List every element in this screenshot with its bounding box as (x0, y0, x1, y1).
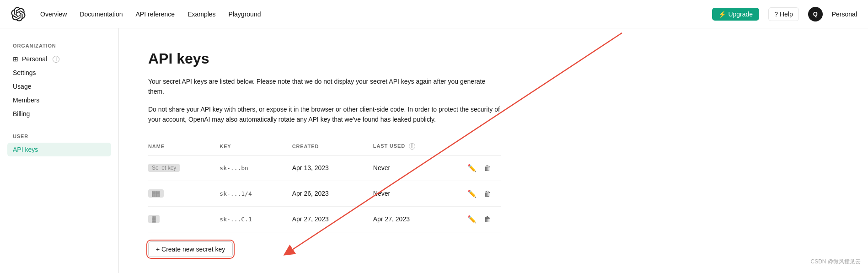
top-nav: Overview Documentation API reference Exa… (0, 0, 868, 28)
create-secret-key-button[interactable]: + Create new secret key (148, 241, 233, 257)
last-used-info-icon[interactable]: i (409, 143, 415, 150)
key-name-2: ▓▓ (148, 181, 220, 206)
description-2: Do not share your API key with others, o… (148, 104, 501, 125)
key-value-2: sk-...1/4 (220, 181, 292, 206)
sidebar-item-usage[interactable]: Usage (7, 80, 111, 93)
page-title: API keys (148, 50, 501, 67)
nav-playground[interactable]: Playground (229, 11, 261, 18)
key-actions-1: ✏️ 🗑 (465, 155, 501, 181)
user-section-title: USER (7, 134, 111, 139)
nav-api-reference[interactable]: API reference (136, 11, 175, 18)
key-value-1: sk-...bn (220, 155, 292, 181)
key-created-1: Apr 13, 2023 (292, 155, 373, 181)
nav-right: ⚡ Upgrade ? Help Q Personal (712, 7, 857, 21)
sidebar-item-members[interactable]: Members (7, 93, 111, 107)
openai-logo[interactable] (11, 7, 26, 21)
key-value-3: sk-...C.1 (220, 206, 292, 232)
building-icon: ⊞ (13, 55, 18, 63)
layout: ORGANIZATION ⊞ Personal i Settings Usage… (0, 28, 868, 273)
col-name: NAME (148, 139, 220, 155)
description-1: Your secret API keys are listed below. P… (148, 76, 501, 97)
col-key: KEY (220, 139, 292, 155)
sidebar-item-settings[interactable]: Settings (7, 66, 111, 80)
col-actions (465, 139, 501, 155)
key-last-used-1: Never (373, 155, 465, 181)
delete-key-2-button[interactable]: 🗑 (481, 188, 494, 200)
table-row: Se et key sk-...bn Apr 13, 2023 Never ✏️… (148, 155, 501, 181)
nav-examples[interactable]: Examples (188, 11, 215, 18)
bolt-icon: ⚡ (718, 11, 726, 18)
edit-key-3-button[interactable]: ✏️ (465, 213, 479, 225)
key-last-used-2: Never (373, 181, 465, 206)
upgrade-button[interactable]: ⚡ Upgrade (712, 8, 759, 21)
api-keys-table: NAME KEY CREATED LAST USED i Se et key (148, 139, 501, 232)
nav-links: Overview Documentation API reference Exa… (40, 11, 712, 18)
key-name-1: Se et key (148, 155, 220, 181)
delete-key-1-button[interactable]: 🗑 (481, 162, 494, 174)
edit-key-1-button[interactable]: ✏️ (465, 162, 479, 174)
help-button[interactable]: ? Help (768, 7, 799, 21)
key-name-3: ▓ (148, 206, 220, 232)
nav-overview[interactable]: Overview (40, 11, 67, 18)
table-row: ▓ sk-...C.1 Apr 27, 2023 Apr 27, 2023 ✏️… (148, 206, 501, 232)
key-created-2: Apr 26, 2023 (292, 181, 373, 206)
col-last-used: LAST USED i (373, 139, 465, 155)
sidebar-item-billing[interactable]: Billing (7, 107, 111, 121)
avatar[interactable]: Q (808, 7, 823, 21)
key-actions-2: ✏️ 🗑 (465, 181, 501, 206)
table-row: ▓▓ sk-...1/4 Apr 26, 2023 Never ✏️ 🗑 (148, 181, 501, 206)
key-last-used-3: Apr 27, 2023 (373, 206, 465, 232)
key-created-3: Apr 27, 2023 (292, 206, 373, 232)
info-icon[interactable]: i (53, 56, 59, 63)
org-section-title: ORGANIZATION (7, 43, 111, 48)
sidebar: ORGANIZATION ⊞ Personal i Settings Usage… (0, 28, 119, 273)
sidebar-item-api-keys[interactable]: API keys (7, 143, 111, 156)
main-content: API keys Your secret API keys are listed… (119, 28, 530, 273)
delete-key-3-button[interactable]: 🗑 (481, 214, 494, 225)
question-icon: ? (774, 11, 778, 18)
create-btn-row: + Create new secret key (148, 241, 501, 257)
nav-documentation[interactable]: Documentation (80, 11, 123, 18)
personal-nav-label[interactable]: Personal (832, 11, 857, 18)
edit-key-2-button[interactable]: ✏️ (465, 187, 479, 200)
col-created: CREATED (292, 139, 373, 155)
sidebar-item-personal[interactable]: ⊞ Personal i (7, 52, 111, 66)
key-actions-3: ✏️ 🗑 (465, 206, 501, 232)
